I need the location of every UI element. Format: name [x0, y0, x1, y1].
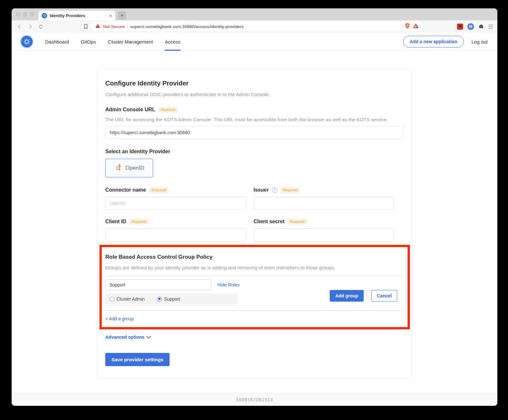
chevron-down-icon	[146, 334, 151, 340]
browser-tab[interactable]: Identity Providers ×	[38, 11, 115, 20]
advanced-options-toggle[interactable]: Advanced options	[105, 334, 404, 340]
rbac-subtitle: Groups are defined by your identity prov…	[105, 265, 404, 270]
openid-provider-tile[interactable]: OpenID	[105, 159, 153, 177]
client-id-field: Client ID Required	[105, 219, 246, 241]
warning-triangle-icon	[95, 24, 100, 29]
openid-label: OpenID	[125, 165, 144, 171]
rbac-divider-bottom	[105, 310, 404, 311]
menu-icon[interactable]	[488, 24, 493, 29]
rbac-title: Role Based Access Control Group Policy	[105, 254, 404, 260]
back-icon[interactable]	[16, 23, 23, 30]
radio-unselected-icon[interactable]	[109, 297, 114, 302]
group-editor: Hide Roles Cluster Admin Support	[105, 279, 404, 305]
nav-item-access[interactable]: Access	[165, 33, 180, 51]
app-header-right: Add a new application Log out	[403, 33, 488, 51]
admin-console-url-label: Admin Console URL	[105, 107, 155, 113]
page-subtitle: Configure additional ODIC providers to a…	[105, 92, 404, 97]
annotation-highlight-box: Role Based Access Control Group Policy G…	[99, 245, 410, 329]
reload-icon[interactable]	[37, 23, 45, 30]
issuer-field: Issuer ? Required	[254, 187, 394, 210]
rbac-divider-top	[105, 276, 404, 276]
page-title: Configure Identity Provider	[105, 80, 404, 87]
client-secret-label: Client secret	[254, 219, 285, 225]
client-id-input[interactable]	[105, 228, 246, 241]
required-badge: Required	[281, 187, 300, 193]
not-secure-label: Not Secure	[103, 24, 125, 29]
hide-roles-link[interactable]: Hide Roles	[217, 282, 239, 287]
zoom-window-button[interactable]	[30, 12, 34, 16]
connector-issuer-row: Connector name Required Issuer ? Require…	[105, 187, 404, 210]
role-option-cluster-admin[interactable]: Cluster Admin	[109, 296, 145, 302]
url-bar[interactable]: Not Secure superci.somebigbank.com:30880…	[91, 22, 423, 31]
tab-strip: Identity Providers × +	[12, 8, 497, 20]
required-badge: Required	[159, 107, 178, 113]
advanced-options-label[interactable]: Advanced options	[105, 335, 144, 340]
client-secret-field: Client secret Required	[254, 219, 394, 241]
kubernetes-favicon-icon	[42, 13, 47, 18]
required-badge: Required	[288, 219, 307, 225]
connector-name-field: Connector name Required	[105, 187, 246, 210]
add-new-application-button[interactable]: Add a new application	[403, 36, 464, 47]
save-provider-settings-button[interactable]: Save provider settings	[105, 353, 170, 366]
brave-rewards-triangle-icon[interactable]	[413, 23, 419, 30]
url-separator-right	[402, 24, 402, 29]
new-tab-button[interactable]: +	[118, 11, 126, 20]
browser-window: Identity Providers × + Not Secure superc…	[12, 8, 497, 406]
role-option-support[interactable]: Support	[157, 296, 180, 302]
app-header: Dashboard GitOps Cluster Management Acce…	[12, 33, 497, 51]
logout-link[interactable]: Log out	[472, 39, 488, 45]
admin-console-url-help: The URL for accessing the KOTS Admin Con…	[105, 117, 404, 122]
admin-console-url-input[interactable]	[105, 126, 404, 139]
admin-console-url-section: Admin Console URL Required The URL for a…	[105, 107, 404, 139]
add-a-group-link[interactable]: + Add a group	[105, 316, 134, 321]
client-credentials-row: Client ID Required Client secret Require…	[105, 219, 404, 241]
url-text: superci.somebigbank.com:30880/access/ide…	[130, 24, 399, 29]
brave-shield-icon[interactable]	[405, 23, 410, 30]
extensions-puzzle-icon[interactable]	[478, 24, 484, 29]
role-label: Support	[164, 296, 180, 302]
footer-timestamp: 1609167061514	[12, 393, 497, 406]
tab-close-icon[interactable]: ×	[109, 13, 112, 18]
kubernetes-logo-icon	[21, 36, 33, 47]
identity-provider-section: Select an Identity Provider OpenID	[105, 149, 404, 177]
required-badge: Required	[149, 187, 168, 193]
issuer-input[interactable]	[254, 197, 394, 210]
main-content: Configure Identity Provider Configure ad…	[12, 51, 497, 393]
bookmark-icon[interactable]	[82, 23, 89, 30]
url-separator	[128, 24, 128, 29]
group-editor-left: Hide Roles Cluster Admin Support	[105, 279, 239, 305]
app-nav-links: Dashboard GitOps Cluster Management Acce…	[45, 33, 181, 51]
tab-title: Identity Providers	[50, 13, 107, 18]
extension-icon[interactable]	[457, 24, 463, 30]
nav-item-dashboard[interactable]: Dashboard	[45, 33, 69, 51]
select-provider-label: Select an Identity Provider	[105, 149, 404, 155]
close-window-button[interactable]	[16, 12, 20, 16]
help-icon[interactable]: ?	[272, 187, 277, 193]
required-badge: Required	[130, 219, 149, 225]
group-name-input[interactable]	[105, 279, 212, 290]
roles-radio-bar: Cluster Admin Support	[105, 293, 238, 305]
forward-icon[interactable]	[26, 23, 34, 30]
nav-item-cluster-management[interactable]: Cluster Management	[108, 33, 153, 51]
add-group-button[interactable]: Add group	[330, 290, 364, 302]
connector-name-label: Connector name	[105, 187, 146, 193]
openid-logo-icon	[114, 164, 123, 173]
window-controls	[12, 8, 38, 20]
cancel-button[interactable]: Cancel	[371, 290, 397, 302]
radio-selected-icon[interactable]	[157, 297, 162, 302]
identity-provider-card: Configure Identity Provider Configure ad…	[98, 68, 411, 379]
nav-item-gitops[interactable]: GitOps	[81, 33, 96, 51]
client-secret-input[interactable]	[254, 228, 394, 241]
connector-name-input[interactable]	[105, 197, 246, 210]
profile-avatar[interactable]: M	[467, 23, 474, 30]
group-editor-actions: Add group Cancel	[330, 279, 404, 305]
role-label: Cluster Admin	[117, 296, 145, 302]
client-id-label: Client ID	[105, 219, 126, 225]
minimize-window-button[interactable]	[23, 12, 27, 16]
issuer-label: Issuer	[254, 187, 269, 193]
browser-toolbar: Not Secure superci.somebigbank.com:30880…	[12, 20, 497, 33]
